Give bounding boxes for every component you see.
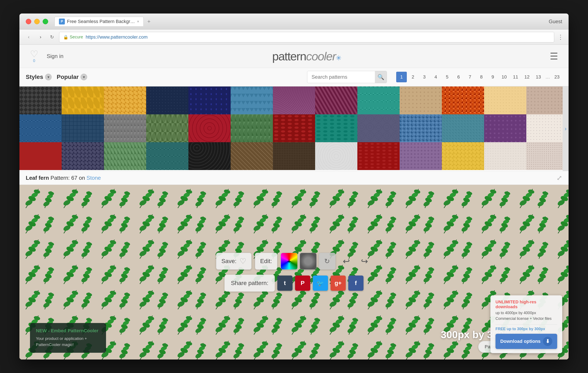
styles-dropdown[interactable]: Styles ▾ <box>26 74 52 80</box>
reload-button[interactable]: ↻ <box>48 33 56 41</box>
pattern-cell[interactable] <box>231 142 273 170</box>
title-bar: P Free Seamless Pattern Backgr… × + Gues… <box>20 13 568 30</box>
nav-bar: ‹ › ↻ 🔒 Secure https://www.patterncooler… <box>20 30 568 45</box>
heart-icon[interactable]: ♡ <box>30 49 38 59</box>
pattern-cell[interactable] <box>273 114 315 142</box>
texture-edit-icon[interactable] <box>300 253 317 270</box>
pattern-cell[interactable] <box>189 87 231 114</box>
pattern-cell[interactable] <box>189 114 231 142</box>
share-pinterest-button[interactable]: P <box>295 275 310 291</box>
pattern-cell[interactable] <box>357 142 399 170</box>
page-9-button[interactable]: 9 <box>487 72 498 82</box>
pattern-grid <box>20 87 568 171</box>
page-7-button[interactable]: 7 <box>465 72 475 82</box>
pattern-cell[interactable] <box>399 87 442 114</box>
pattern-cell[interactable] <box>20 114 62 142</box>
pattern-cell[interactable] <box>146 87 189 114</box>
pattern-cell[interactable] <box>231 114 273 142</box>
pattern-cell[interactable] <box>104 87 146 114</box>
redo-button[interactable]: ↪ <box>357 254 372 269</box>
traffic-lights <box>26 19 48 24</box>
styles-dropdown-arrow: ▾ <box>45 74 52 80</box>
maximize-button[interactable] <box>43 19 48 24</box>
new-tab-button[interactable]: + <box>144 18 154 25</box>
popular-dropdown[interactable]: Popular ▾ <box>57 74 87 80</box>
pattern-cell[interactable] <box>62 87 104 114</box>
pattern-cell[interactable] <box>20 142 62 170</box>
page-11-button[interactable]: 11 <box>510 72 521 82</box>
share-twitter-button[interactable]: 🐦 <box>313 275 328 291</box>
page-2-button[interactable]: 2 <box>408 72 418 82</box>
color-edit-icon[interactable]: + <box>281 253 298 270</box>
edit-icons: + ↻ <box>281 253 336 270</box>
page-3-button[interactable]: 3 <box>419 72 430 82</box>
minimize-button[interactable] <box>34 19 40 24</box>
embed-title[interactable]: NEW - Embed PatternCooler <box>36 328 100 333</box>
scroll-right-arrow[interactable]: › <box>565 125 567 132</box>
page-6-button[interactable]: 6 <box>453 72 464 82</box>
tab-title: Free Seamless Pattern Backgr… <box>67 19 135 24</box>
pattern-cell[interactable] <box>357 87 399 114</box>
pattern-info-bar: Leaf fern Pattern: 67 on Stone ⤢ <box>20 171 568 185</box>
pattern-cell[interactable] <box>399 142 442 170</box>
pattern-cell[interactable] <box>62 114 104 142</box>
page-13-button[interactable]: 13 <box>533 72 544 82</box>
pattern-cell[interactable] <box>484 114 526 142</box>
pattern-cell[interactable] <box>315 114 357 142</box>
logo-star: ✳ <box>336 54 341 62</box>
site-logo: patterncooler✳ <box>272 49 341 63</box>
pattern-cell[interactable] <box>62 142 104 170</box>
undo-button[interactable]: ↩ <box>339 254 354 269</box>
pattern-cell[interactable] <box>442 142 484 170</box>
page-8-button[interactable]: 8 <box>476 72 487 82</box>
pattern-cell[interactable] <box>315 142 357 170</box>
browser-tab[interactable]: P Free Seamless Pattern Backgr… × <box>54 17 144 26</box>
pattern-cell[interactable] <box>20 87 62 114</box>
pattern-cell[interactable] <box>526 142 568 170</box>
address-bar[interactable]: 🔒 Secure https://www.patterncooler.com <box>59 32 554 42</box>
search-input[interactable] <box>307 74 375 80</box>
pattern-cell[interactable] <box>104 114 146 142</box>
hamburger-menu-icon[interactable]: ☰ <box>550 51 558 62</box>
external-link-icon[interactable]: ⤢ <box>556 174 562 182</box>
page-23-button[interactable]: 23 <box>552 72 562 82</box>
pattern-cell[interactable] <box>231 87 273 114</box>
close-button[interactable] <box>26 19 31 24</box>
pattern-cell[interactable] <box>442 114 484 142</box>
pattern-cell[interactable] <box>315 87 357 114</box>
tab-close-icon[interactable]: × <box>137 20 139 24</box>
tab-favicon: P <box>59 19 65 24</box>
pattern-cell[interactable] <box>104 142 146 170</box>
save-button[interactable]: Save: ♡ <box>216 253 252 270</box>
share-tumblr-button[interactable]: t <box>277 275 293 291</box>
browser-menu-button[interactable]: ⋮ <box>557 34 564 40</box>
share-google-button[interactable]: g+ <box>331 275 346 291</box>
pattern-cell[interactable] <box>484 87 526 114</box>
pattern-cell[interactable] <box>526 114 568 142</box>
pattern-cell[interactable] <box>146 142 189 170</box>
forward-button[interactable]: › <box>36 33 45 41</box>
pattern-cell[interactable] <box>399 114 442 142</box>
pattern-cell[interactable] <box>442 87 484 114</box>
back-button[interactable]: ‹ <box>24 33 33 41</box>
pattern-cell[interactable] <box>189 142 231 170</box>
share-facebook-button[interactable]: f <box>348 275 364 291</box>
pattern-cell[interactable] <box>273 142 315 170</box>
edit-button[interactable]: Edit: <box>255 253 277 270</box>
page-1-button[interactable]: 1 <box>396 72 407 82</box>
pattern-cell[interactable] <box>146 114 189 142</box>
pattern-cell[interactable] <box>357 114 399 142</box>
pattern-stone-link[interactable]: Stone <box>87 175 101 181</box>
page-12-button[interactable]: 12 <box>522 72 532 82</box>
download-free-label: FREE up to 300px by 300px <box>495 327 557 331</box>
page-5-button[interactable]: 5 <box>442 72 452 82</box>
pattern-cell[interactable] <box>484 142 526 170</box>
download-options-button[interactable]: Download options ⬇ <box>495 334 557 349</box>
page-10-button[interactable]: 10 <box>499 72 509 82</box>
refresh-edit-icon[interactable]: ↻ <box>319 253 336 270</box>
sign-in-link[interactable]: Sign in <box>47 53 63 60</box>
pattern-cell[interactable] <box>273 87 315 114</box>
search-button[interactable]: 🔍 <box>375 71 387 83</box>
pattern-cell[interactable] <box>526 87 568 114</box>
page-4-button[interactable]: 4 <box>430 72 441 82</box>
